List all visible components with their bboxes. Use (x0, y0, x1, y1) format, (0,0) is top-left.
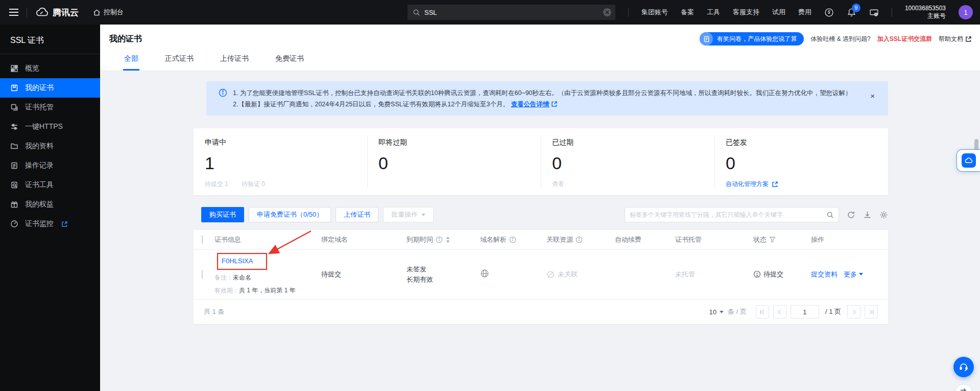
nav-tools[interactable]: 工具 (707, 8, 720, 17)
automation-plan-link[interactable]: 自动化管理方案 (726, 180, 778, 189)
announcement-link[interactable]: 查看公告详情 (511, 101, 549, 108)
info-icon[interactable] (436, 236, 443, 243)
prev-page-button[interactable] (773, 305, 786, 318)
cert-remark: 备注：未命名 (214, 273, 321, 282)
col-status: 状态 (753, 235, 811, 244)
tabs: 全部 正式证书 上传证书 免费证书 (123, 54, 305, 71)
refresh-icon[interactable] (847, 211, 855, 219)
notification-badge: 9 (852, 4, 861, 12)
nav-icp-filing[interactable]: 备案 (681, 8, 694, 17)
gauge-icon (10, 220, 18, 228)
tab-all[interactable]: 全部 (123, 54, 139, 71)
certificate-icon (10, 84, 18, 92)
workorder-icon[interactable] (824, 8, 834, 17)
download-icon[interactable] (863, 211, 872, 219)
account-info[interactable]: 100036853503 主账号 (905, 5, 946, 20)
filter-search-input[interactable] (630, 211, 822, 218)
globe-icon[interactable] (480, 269, 489, 278)
external-link-icon (965, 36, 972, 42)
survey-cloud-icon (962, 153, 976, 168)
more-actions-link[interactable]: 更多 (844, 270, 863, 279)
stat-issued-value: 0 (726, 153, 888, 173)
nav-group-account[interactable]: 集团账号 (641, 8, 668, 17)
select-all-checkbox[interactable] (202, 235, 203, 244)
gift-icon (10, 200, 18, 209)
stat-pending-sub1: 待提交 1 (205, 180, 228, 189)
join-group-link[interactable]: 加入SSL证书交流群 (877, 35, 932, 43)
gear-icon[interactable] (879, 211, 888, 219)
buy-cert-button[interactable]: 购买证书 (201, 207, 244, 222)
next-page-button[interactable] (847, 305, 861, 318)
col-resources: 关联资源 (546, 235, 615, 244)
apply-free-cert-button[interactable]: 申请免费证书（0/50） (249, 207, 331, 222)
nav-trial[interactable]: 试用 (772, 8, 785, 17)
notifications-bell-icon[interactable]: 9 (847, 8, 856, 17)
clear-search-icon[interactable] (603, 8, 611, 16)
console-settings-icon[interactable] (869, 8, 879, 17)
dns-cell (480, 269, 546, 280)
grid-icon (10, 64, 18, 73)
nav-support[interactable]: 客服支持 (733, 8, 759, 17)
help-doc-link[interactable]: 帮助文档 (939, 35, 972, 43)
divider (892, 8, 892, 17)
divider (0, 54, 100, 54)
page-number-input[interactable] (791, 305, 819, 318)
status-pending-icon (753, 270, 761, 278)
filter-search-box[interactable] (625, 207, 839, 222)
topbar-search[interactable] (408, 5, 615, 20)
notice-banner: 1. 为了您能更便捷地管理SSL证书，控制台已支持自动查询证书关联的10种腾讯云… (206, 81, 888, 116)
sidebar-item-my-certificates[interactable]: 我的证书 (0, 78, 100, 98)
pagination: 10 条 / 页 / 1 页 (709, 305, 878, 318)
search-icon[interactable] (826, 211, 834, 219)
sidebar-item-operation-log[interactable]: 操作记录 (0, 156, 100, 175)
stat-issued: 已签发 0 自动化管理方案 (714, 128, 888, 195)
main-content: 我的证书 有奖问卷，产品体验您说了算 体验吐槽 & 遇到问题? 加入SSL证书交… (100, 25, 980, 391)
filter-icon[interactable] (769, 236, 776, 243)
last-page-button[interactable] (865, 305, 878, 318)
submit-info-link[interactable]: 提交资料 (811, 270, 838, 279)
survey-banner-button[interactable]: 有奖问卷，产品体验您说了算 (700, 32, 804, 45)
page-total-label: / 1 页 (825, 307, 841, 316)
sidebar: SSL 证书 概览 我的证书 证书托管 一键HTTPS 我的资料 操作记录 (0, 25, 100, 391)
sidebar-item-my-benefits[interactable]: 我的权益 (0, 195, 100, 214)
upload-cert-button[interactable]: 上传证书 (336, 207, 378, 222)
expiry-cell: 未签发 长期有效 (407, 264, 480, 285)
chevron-down-icon (720, 311, 724, 313)
sidebar-item-cert-hosting[interactable]: 证书托管 (0, 98, 100, 117)
customer-service-button[interactable] (953, 357, 974, 377)
tab-free-certs[interactable]: 免费证书 (274, 54, 305, 71)
topbar-search-input[interactable] (424, 9, 599, 16)
sidebar-item-one-click-https[interactable]: 一键HTTPS (0, 117, 100, 136)
sidebar-item-cert-tools[interactable]: 证书工具 (0, 175, 100, 195)
info-icon[interactable] (509, 236, 516, 243)
info-icon (219, 88, 227, 97)
feedback-widget[interactable] (957, 149, 980, 172)
sidebar-item-my-profile[interactable]: 我的资料 (0, 136, 100, 156)
tab-uploaded-certs[interactable]: 上传证书 (219, 54, 250, 71)
console-link[interactable]: 控制台 (93, 8, 124, 17)
batch-ops-button[interactable]: 批量操作 (383, 207, 434, 222)
sidebar-item-cert-monitor[interactable]: 证书监控 (0, 214, 100, 234)
avatar[interactable]: 1 (959, 5, 973, 19)
page-size-select[interactable]: 10 (709, 308, 724, 316)
nav-billing[interactable]: 费用 (798, 8, 811, 17)
cert-id-link[interactable]: F0HLSIXA (222, 257, 253, 265)
first-page-button[interactable] (756, 305, 769, 318)
col-bound-domain: 绑定域名 (321, 235, 407, 244)
stat-expiring: 即将过期 0 (367, 128, 541, 195)
stats-panel: 申请中 1 待提交 1 待验证 0 即将过期 0 已过期 0 查看 已签发 0 (194, 128, 888, 195)
info-icon[interactable] (576, 236, 583, 243)
cert-table: 证书信息 绑定域名 到期时间 域名解析 关联资源 自动续费 证书托管 (194, 230, 888, 324)
sort-icon[interactable] (445, 236, 450, 243)
col-auto-renew: 自动续费 (615, 235, 675, 244)
view-expired-link[interactable]: 查看 (552, 180, 564, 189)
hamburger-menu-icon[interactable] (9, 9, 18, 16)
close-banner-icon[interactable]: × (870, 92, 875, 100)
status-badge: 待提交 (763, 270, 783, 279)
col-cert-info: 证书信息 (214, 235, 321, 244)
row-checkbox[interactable] (202, 270, 203, 279)
sidebar-item-overview[interactable]: 概览 (0, 59, 100, 78)
divider (27, 8, 27, 17)
tencent-cloud-logo[interactable]: 腾讯云 (35, 7, 79, 18)
tab-formal-certs[interactable]: 正式证书 (164, 54, 195, 71)
